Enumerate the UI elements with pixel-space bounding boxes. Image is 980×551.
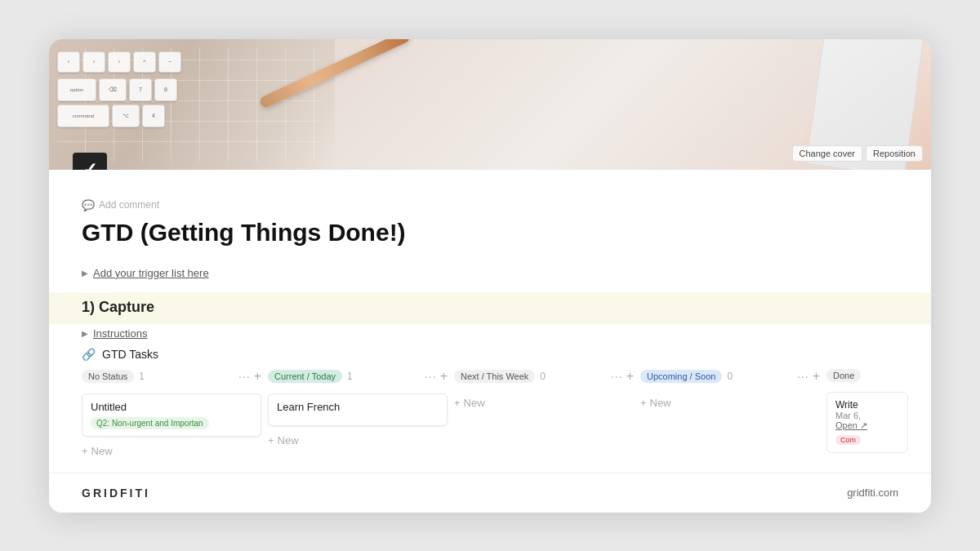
trigger-toggle-row: ▶ Add your trigger list here [82,267,898,279]
key-option: option [57,78,96,101]
key: ~ [158,51,181,73]
cover-image: › ‹ › ^ ~ option ⌫ 7 8 command ⌥ 4 Chang… [49,39,931,170]
kanban-col-current: Current / Today 1 ··· + Learn French + N… [268,366,448,460]
cover-buttons: Change cover Reposition [792,145,923,162]
col-dots-upcoming[interactable]: ··· [797,370,809,383]
col-header-upcoming: Upcoming / Soon 0 ··· + [640,366,820,387]
kanban-col-no-status: No Status 1 ··· + Untitled Q2: Non-urgen… [82,366,261,460]
key: › [57,51,80,73]
col-header-done: Done [826,366,908,385]
capture-section: 1) Capture [49,292,931,324]
col-plus-no-status[interactable]: + [254,369,261,384]
badge-done: Done [826,369,861,382]
col-header-current: Current / Today 1 ··· + [268,366,448,387]
key: 7 [129,78,152,101]
kanban-col-next: Next / This Week 0 ··· + + New [454,366,634,460]
capture-number: 1) [82,299,95,315]
page-header: 💬 Add comment GTD (Getting Things Done!) [49,170,931,267]
plus-icon-current: + [268,434,274,447]
col-count-upcoming: 0 [727,371,733,382]
page-icon: ✓ [72,152,108,170]
keyboard-decoration: › ‹ › ^ ~ option ⌫ 7 8 command ⌥ 4 [49,39,335,170]
key: › [108,51,131,73]
add-label-upcoming: New [650,397,671,409]
instructions-row: ▶ Instructions [49,324,931,343]
badge-next: Next / This Week [454,370,535,383]
col-count-next: 0 [540,371,546,382]
plus-icon-next: + [454,397,461,409]
checkmark-icon: ✓ [73,153,107,170]
card-write[interactable]: Write Mar 6, Open ↗ Com [826,392,908,453]
card-write-title: Write [835,399,899,411]
add-label-no-status: New [91,445,113,457]
col-actions-next: ··· + [611,369,634,384]
card-title-learn-french: Learn French [277,401,439,413]
key: ‹ [82,51,105,73]
col-plus-next[interactable]: + [626,369,634,384]
add-new-upcoming[interactable]: + New [640,393,820,412]
trigger-arrow[interactable]: ▶ [82,269,88,278]
add-new-no-status[interactable]: + New [82,442,261,460]
tasks-icon: 🔗 [82,348,96,361]
col-actions-no-status: ··· + [238,369,261,384]
card-untitled[interactable]: Untitled Q2: Non-urgent and Importan [82,393,261,437]
change-cover-button[interactable]: Change cover [792,145,863,162]
card-learn-french[interactable]: Learn French [268,393,448,426]
plus-icon-upcoming: + [640,397,647,409]
kanban-col-done: Done Write Mar 6, Open ↗ Com [826,366,908,460]
col-actions-upcoming: ··· + [797,369,820,384]
gtd-tasks-row: 🔗 GTD Tasks [49,343,931,366]
key: 4 [142,104,165,127]
kanban-columns: No Status 1 ··· + Untitled Q2: Non-urgen… [82,366,931,460]
add-comment-row[interactable]: 💬 Add comment [82,199,898,211]
add-new-current[interactable]: + New [268,431,448,450]
key-command: command [57,104,109,127]
col-header-next: Next / This Week 0 ··· + [454,366,634,387]
capture-title: 1) Capture [82,299,898,316]
card-title-untitled: Untitled [91,401,252,413]
gtd-tasks-label: GTD Tasks [102,348,158,361]
trigger-section: ▶ Add your trigger list here [49,267,931,289]
col-count-no-status: 1 [139,371,145,382]
add-comment-label: Add comment [99,199,159,211]
col-plus-upcoming[interactable]: + [813,369,820,384]
add-label-next: New [464,397,485,409]
badge-no-status: No Status [82,370,134,383]
badge-current: Current / Today [268,370,342,383]
card-write-date: Mar 6, [835,411,899,420]
col-dots-current[interactable]: ··· [425,370,437,383]
page-content: 💬 Add comment GTD (Getting Things Done!)… [49,170,931,473]
card-tag-untitled: Q2: Non-urgent and Importan [91,417,209,429]
footer-logo-right: gridfiti.com [847,487,898,499]
col-plus-current[interactable]: + [440,369,448,384]
card-write-tag: Com [835,435,861,445]
comment-icon: 💬 [82,199,95,211]
key-row-3: command ⌥ 4 [57,104,165,127]
reposition-button[interactable]: Reposition [866,145,923,162]
key-row-2: option ⌫ 7 8 [57,78,177,101]
footer-logo-left: GRIDFITI [82,487,150,500]
col-dots-no-status[interactable]: ··· [238,370,251,383]
instructions-arrow[interactable]: ▶ [82,329,88,338]
page-title: GTD (Getting Things Done!) [82,218,898,247]
capture-label: Capture [99,299,154,315]
add-label-current: New [278,434,299,447]
badge-upcoming: Upcoming / Soon [640,370,722,383]
col-actions-current: ··· + [425,369,448,384]
card-write-link[interactable]: Open ↗ [835,420,899,431]
col-header-no-status: No Status 1 ··· + [82,366,261,387]
col-count-current: 1 [347,371,353,382]
footer: GRIDFITI gridfiti.com [49,473,931,513]
kanban-col-upcoming: Upcoming / Soon 0 ··· + + New [640,366,820,460]
trigger-link[interactable]: Add your trigger list here [93,267,209,279]
key-row-1: › ‹ › ^ ~ [57,51,181,73]
kanban-area: No Status 1 ··· + Untitled Q2: Non-urgen… [49,366,931,470]
plus-icon-no-status: + [82,445,88,457]
key: 8 [154,78,177,101]
key: ^ [133,51,156,73]
instructions-link[interactable]: Instructions [93,327,147,340]
add-new-next[interactable]: + New [454,393,634,412]
col-dots-next[interactable]: ··· [611,370,623,383]
key: ⌥ [112,104,140,127]
checkmark-symbol: ✓ [82,159,97,170]
